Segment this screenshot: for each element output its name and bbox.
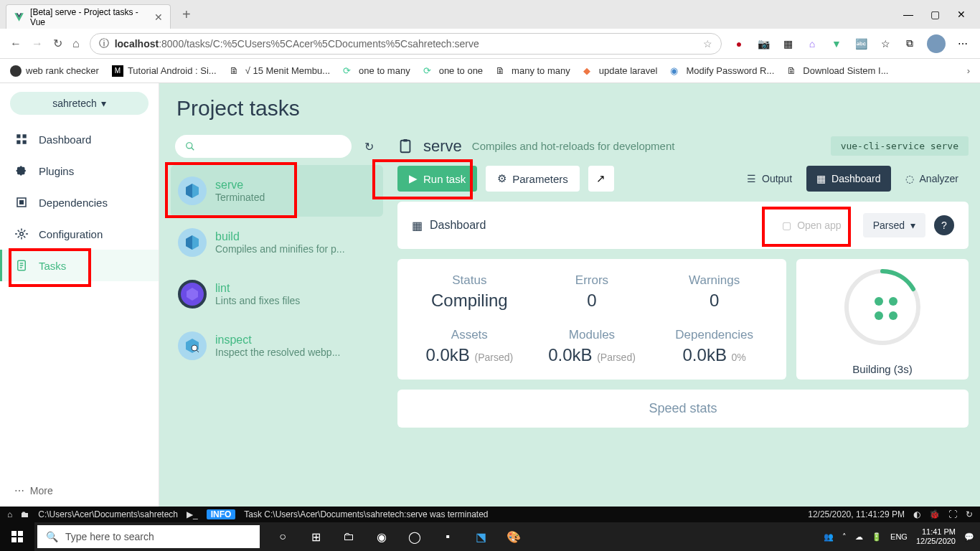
cortana-icon[interactable]: ○ <box>268 522 297 551</box>
svg-rect-1 <box>23 134 27 138</box>
svg-marker-9 <box>187 288 198 301</box>
edge-icon[interactable]: ◯ <box>400 522 429 551</box>
people-icon[interactable]: 👥 <box>824 532 834 542</box>
maximize-button[interactable]: ▢ <box>930 9 940 20</box>
collections-icon[interactable]: ⧉ <box>903 37 917 51</box>
sidebar-item-plugins[interactable]: Plugins <box>0 155 159 187</box>
errors-value: 0 <box>534 291 650 311</box>
progress-ring <box>839 264 925 350</box>
close-window-button[interactable]: ✕ <box>957 9 966 20</box>
bookmark-item[interactable]: MTutorial Android : Si... <box>112 65 217 77</box>
project-selector[interactable]: sahretech ▾ <box>10 92 149 115</box>
task-detail-name: serve <box>423 137 462 156</box>
svg-rect-11 <box>401 140 410 152</box>
help-button[interactable]: ? <box>934 215 954 235</box>
task-item-lint[interactable]: lintLints and fixes files <box>171 268 383 320</box>
dashboard-panel-header: ▦Dashboard ▢Open app Parsed▾ ? <box>397 202 969 249</box>
bookmark-item[interactable]: 🗎many to many <box>496 65 570 77</box>
bookmarks-overflow[interactable]: › <box>967 65 970 76</box>
notifications-icon[interactable]: 💬 <box>964 532 974 542</box>
sidebar-item-dashboard[interactable]: Dashboard <box>0 123 159 155</box>
box-icon <box>178 228 207 257</box>
camera-icon[interactable]: 📷 <box>756 37 771 51</box>
windows-taskbar: 🔍Type here to search ○ ⊞ 🗀 ◉ ◯ ▪ ⬔ 🎨 👥 ˄… <box>0 522 980 551</box>
refresh-button[interactable]: ↻ <box>53 37 62 50</box>
tasks-icon <box>14 258 29 273</box>
explorer-icon[interactable]: 🗀 <box>334 522 363 551</box>
plugin-icon <box>14 164 29 178</box>
vscode-icon[interactable]: ⬔ <box>466 522 495 551</box>
bookmarks-bar: web rank checker MTutorial Android : Si.… <box>0 59 980 83</box>
tab-title: [Beta] serve - Project tasks - Vue <box>30 7 149 27</box>
refresh-tasks-button[interactable]: ↻ <box>359 136 379 156</box>
task-search-input[interactable] <box>175 135 352 158</box>
tray-chevron-icon[interactable]: ˄ <box>842 532 847 542</box>
svg-rect-0 <box>17 134 20 138</box>
favorites-icon[interactable]: ☆ <box>878 37 892 51</box>
url-input[interactable]: ⓘ localhost:8000/tasks/C:%5CUsers%5CAcer… <box>90 33 722 55</box>
back-button[interactable]: ← <box>10 37 22 50</box>
site-info-icon[interactable]: ⓘ <box>99 37 109 50</box>
svg-point-10 <box>192 345 197 351</box>
bug-icon[interactable]: 🐞 <box>929 509 940 519</box>
view-tab-output[interactable]: ☰Output <box>737 166 802 192</box>
translate-icon[interactable]: ⛶ <box>948 509 957 519</box>
bookmark-item[interactable]: web rank checker <box>10 65 99 77</box>
task-item-inspect[interactable]: inspectInspect the resolved webp... <box>171 320 383 372</box>
sidebar-item-configuration[interactable]: Configuration <box>0 218 159 250</box>
task-item-build[interactable]: buildCompiles and minifies for p... <box>171 217 383 268</box>
favorite-icon[interactable]: ☆ <box>703 38 712 50</box>
browser-tab[interactable]: [Beta] serve - Project tasks - Vue ✕ <box>6 4 171 29</box>
home-icon[interactable]: ⌂ <box>7 509 12 519</box>
sidebar-item-dependencies[interactable]: Dependencies <box>0 187 159 218</box>
task-item-serve[interactable]: serveTerminated <box>171 165 383 217</box>
home-button[interactable]: ⌂ <box>72 37 80 50</box>
assets-value: 0.0kB (Parsed) <box>412 345 527 365</box>
sidebar-item-tasks[interactable]: Tasks <box>0 250 159 281</box>
svg-point-14 <box>875 297 883 306</box>
bookmark-item[interactable]: 🗎Download Sistem I... <box>787 65 888 77</box>
svg-point-15 <box>889 297 897 306</box>
parsed-dropdown[interactable]: Parsed▾ <box>863 213 925 237</box>
tray-clock[interactable]: 11:41 PM12/25/2020 <box>916 527 956 546</box>
pinterest-icon[interactable]: ● <box>732 37 746 51</box>
home-ext-icon[interactable]: ⌂ <box>805 37 819 51</box>
url-path: :8000/tasks/C:%5CUsers%5CAcer%5CDocument… <box>159 38 479 50</box>
vue-ext-icon[interactable]: ▼ <box>829 37 844 51</box>
parameters-button[interactable]: ⚙ Parameters <box>486 166 580 192</box>
task-view-icon[interactable]: ⊞ <box>301 522 330 551</box>
bookmark-item[interactable]: 🗎√ 15 Menit Membu... <box>230 65 330 77</box>
open-external-button[interactable]: ↗ <box>588 166 614 192</box>
contrast-icon[interactable]: ◐ <box>913 509 920 519</box>
bookmark-item[interactable]: ⟳one to one <box>423 65 483 77</box>
onedrive-icon[interactable]: ☁ <box>855 532 863 542</box>
refresh-icon[interactable]: ↻ <box>966 509 973 519</box>
console-icon[interactable]: ▶_ <box>187 509 198 519</box>
external-link-icon: ↗ <box>596 172 606 185</box>
minimize-button[interactable]: — <box>903 9 913 20</box>
menu-icon[interactable]: ⋯ <box>956 37 970 51</box>
view-tab-analyzer[interactable]: ◌Analyzer <box>895 166 969 192</box>
new-tab-button[interactable]: + <box>176 6 197 23</box>
bookmark-item[interactable]: ◉Modify Password R... <box>670 65 774 77</box>
terminal-icon[interactable]: ▪ <box>433 522 462 551</box>
close-tab-icon[interactable]: ✕ <box>154 11 163 23</box>
sidebar-more[interactable]: ⋯ More <box>0 475 159 507</box>
grid-icon[interactable]: ▦ <box>781 37 795 51</box>
script-badge: vue-cli-service serve <box>831 136 969 156</box>
folder-icon[interactable]: 🖿 <box>21 509 29 519</box>
paint-icon[interactable]: 🎨 <box>499 522 528 551</box>
app-root: sahretech ▾ Dashboard Plugins Dependenci… <box>0 83 980 507</box>
battery-icon[interactable]: 🔋 <box>872 532 882 542</box>
bookmark-item[interactable]: ⟳one to many <box>343 65 410 77</box>
language-indicator[interactable]: ENG <box>890 532 908 541</box>
start-button[interactable] <box>0 522 34 551</box>
terminal-message: Task C:\Users\Acer\Documents\sahretech:s… <box>244 509 488 519</box>
translate-icon[interactable]: 🔤 <box>854 37 868 51</box>
bookmark-item[interactable]: ◆update laravel <box>583 65 658 77</box>
taskbar-search[interactable]: 🔍Type here to search <box>37 525 260 548</box>
chrome-icon[interactable]: ◉ <box>367 522 396 551</box>
view-tab-dashboard[interactable]: ▦Dashboard <box>806 166 891 192</box>
profile-avatar[interactable] <box>927 34 946 53</box>
run-task-button[interactable]: ▶ Run task <box>397 166 477 192</box>
